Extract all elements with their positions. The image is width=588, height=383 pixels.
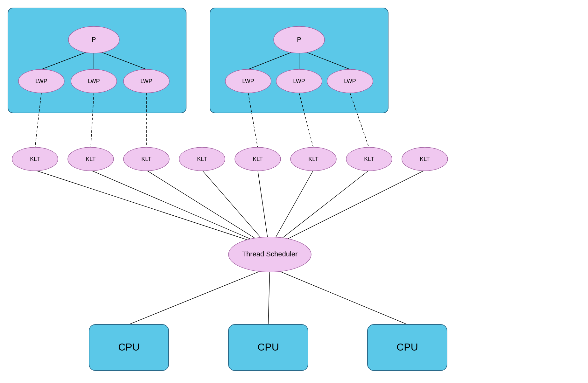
svg-text:LWP: LWP <box>242 78 254 84</box>
svg-text:LWP: LWP <box>35 78 47 84</box>
svg-text:KLT: KLT <box>30 156 40 162</box>
svg-text:LWP: LWP <box>293 78 305 84</box>
svg-line-20 <box>129 267 270 324</box>
svg-text:P: P <box>92 36 96 43</box>
svg-text:KLT: KLT <box>197 156 207 162</box>
svg-text:KLT: KLT <box>364 156 374 162</box>
svg-text:LWP: LWP <box>88 78 100 84</box>
svg-text:KLT: KLT <box>420 156 430 162</box>
svg-text:CPU: CPU <box>118 341 140 353</box>
svg-text:CPU: CPU <box>257 341 279 353</box>
svg-line-15 <box>202 170 267 244</box>
svg-line-18 <box>274 170 369 244</box>
svg-line-14 <box>146 170 265 244</box>
svg-text:KLT: KLT <box>141 156 151 162</box>
svg-text:LWP: LWP <box>140 78 152 84</box>
svg-line-12 <box>35 170 261 244</box>
svg-line-16 <box>258 170 269 244</box>
svg-text:LWP: LWP <box>344 78 356 84</box>
svg-text:KLT: KLT <box>308 156 318 162</box>
svg-text:KLT: KLT <box>253 156 263 162</box>
svg-line-21 <box>268 267 270 324</box>
svg-text:P: P <box>297 36 301 43</box>
svg-text:CPU: CPU <box>396 341 418 353</box>
svg-line-19 <box>277 170 425 244</box>
svg-text:Thread Scheduler: Thread Scheduler <box>242 250 298 258</box>
svg-line-22 <box>270 267 407 324</box>
svg-line-13 <box>91 170 263 244</box>
diagram-svg: P P LWP LWP LWP LWP LWP LWP KLT KLT KLT … <box>0 0 588 383</box>
svg-text:KLT: KLT <box>86 156 96 162</box>
svg-line-17 <box>272 170 313 244</box>
process-box-1 <box>8 8 186 113</box>
diagram-container: P P LWP LWP LWP LWP LWP LWP KLT KLT KLT … <box>0 0 588 383</box>
